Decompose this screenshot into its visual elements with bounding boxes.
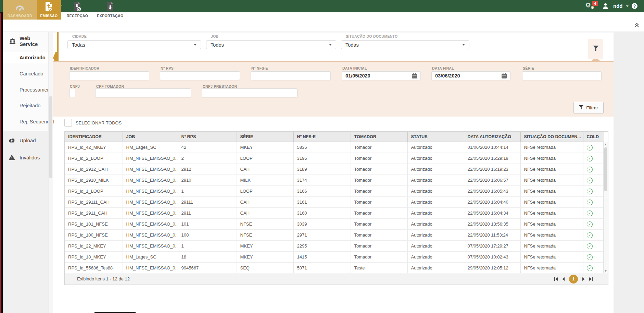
table-row[interactable]: RPS_Id_2911_CAHHM_NFSE_EMISSAO_0...2911C… — [65, 208, 604, 219]
sidebar-item-rej-sequencial[interactable]: Rej. Sequencial — [3, 116, 48, 128]
input-value: 03/06/2020 — [435, 73, 460, 79]
table-row[interactable]: RPS_Id_2912_CAHHM_NFSE_EMISSAO_0...2912C… — [65, 164, 604, 175]
scrollbar-thumb[interactable] — [604, 147, 607, 191]
document-export-icon — [106, 1, 114, 13]
cloud-upload-icon — [8, 138, 16, 143]
filter-label-n-nfs-e: N° NFS-E — [251, 66, 268, 70]
document-receive-icon — [74, 1, 81, 13]
notifications-badge[interactable]: 4 — [592, 1, 598, 6]
table-row[interactable]: RPS_Id_55686_Tes88HM_NFSE_EMISSAO_0...99… — [65, 263, 604, 274]
user-icon[interactable] — [603, 3, 608, 10]
window-edge — [0, 12, 3, 313]
filter-label-situacao-do-documento: SITUAÇÃO DO DOCUMENTO — [346, 34, 397, 38]
pagination: 1 — [554, 275, 593, 284]
check-circle-icon: ✓ — [587, 210, 593, 216]
first-page-button[interactable] — [554, 277, 558, 281]
chevron-down-icon — [194, 44, 197, 46]
scroll-up-icon[interactable] — [605, 144, 607, 145]
dropdown-value: Todas — [345, 42, 359, 48]
tab-emissao[interactable]: EMISSÃO — [37, 0, 61, 20]
filter-label-data-inicial: DATA INICIAL — [342, 66, 367, 70]
sidebar-group-web-service[interactable]: Web Service — [3, 35, 48, 47]
active-tab-connector — [57, 32, 59, 52]
app-root: NFS-e | e-Monitor ⚙ ⚙ 4 ndd ? DASHBOARD … — [0, 0, 644, 313]
table-row[interactable]: RPS_Id_22_MKEYHM_NFSE_EMISSAO_0...1MKEY2… — [65, 241, 604, 252]
table-row[interactable]: RPS_Id_18_MKEYHM_Lages_SC18MKEY1415Tomad… — [65, 252, 604, 263]
tab-label: EMISSÃO — [40, 14, 58, 18]
page-background — [614, 32, 644, 313]
check-circle-icon: ✓ — [587, 156, 593, 161]
filter-label-cnpj-prestador: CNPJ PRESTADOR — [203, 84, 237, 88]
tab-exportacao[interactable]: EXPORTAÇÃO — [94, 0, 127, 20]
dropdown-cidade[interactable]: Todas — [67, 40, 201, 49]
sidebar-item-cancelado[interactable]: Cancelado — [3, 68, 48, 80]
column-header-job[interactable]: JOB — [123, 132, 178, 142]
tab-dashboard[interactable]: DASHBOARD — [3, 0, 37, 20]
chevron-down-icon[interactable] — [626, 5, 629, 7]
scrollbar-thumb[interactable] — [49, 96, 52, 178]
sidebar-item-autorizado[interactable]: Autorizado — [3, 52, 48, 63]
filter-label-data-final: DATA FINAL — [432, 66, 454, 70]
sidebar: Web Service Upload Inválidos AutorizadoC… — [3, 32, 48, 313]
current-page-button[interactable]: 1 — [569, 275, 578, 284]
filter-label-cnpj: CNPJ — [70, 84, 80, 88]
sidebar-item-invalidos[interactable]: Inválidos — [3, 152, 48, 163]
filtrar-button[interactable]: Filtrar — [573, 102, 604, 113]
select-all-checkbox[interactable] — [64, 119, 72, 127]
column-header-cold[interactable]: COLD — [583, 132, 604, 142]
text-input-serie[interactable] — [522, 71, 602, 80]
table-row[interactable]: RPS_Id_1_LOOPHM_NFSE_EMISSAO_0...1LOOP31… — [65, 186, 604, 197]
column-header-tomador[interactable]: TOMADOR — [351, 132, 407, 142]
tab-label: RECEPÇÃO — [67, 14, 88, 18]
filter-label-identificador: IDENTIFICADOR — [70, 66, 99, 70]
scroll-down-icon[interactable] — [605, 270, 607, 272]
column-header-serie[interactable]: SÉRIE — [237, 132, 293, 142]
text-input-cpf-tomador[interactable] — [95, 88, 191, 97]
collapse-toolbar-icon[interactable] — [634, 22, 641, 29]
sidebar-item-label: Upload — [20, 137, 36, 143]
gauge-icon — [15, 3, 25, 13]
data-grid: IDENTIFICADORJOBNº RPSSÉRIENº NFS-ETOMAD… — [65, 132, 604, 274]
next-page-button[interactable] — [582, 277, 585, 281]
table-row[interactable]: RPS_Id_29111_CAHHM_NFSE_EMISSAO_0...2911… — [65, 197, 604, 208]
text-input-n-rps[interactable] — [160, 71, 240, 80]
last-page-button[interactable] — [589, 277, 593, 281]
cnpj-checkbox[interactable] — [69, 89, 75, 97]
column-header-n-rps[interactable]: Nº RPS — [178, 132, 237, 142]
table-row[interactable]: RPS_Id_42_MKEYHM_Lages_SC42MKEY5835Tomad… — [65, 142, 604, 153]
table-row[interactable]: RPS_Id_2910_MILKHM_NFSE_EMISSAO_0...2910… — [65, 175, 604, 186]
dropdown-job[interactable]: Todos — [206, 40, 336, 49]
select-all-label: SELECIONAR TODOS — [76, 121, 122, 125]
table-row[interactable]: RPS_Id_2_LOOPHM_NFSE_EMISSAO_0...2LOOP31… — [65, 153, 604, 164]
filtrar-label: Filtrar — [586, 105, 598, 110]
sidebar-item-processamento[interactable]: Processamento — [3, 84, 48, 96]
column-header-identificador[interactable]: IDENTIFICADOR — [65, 132, 123, 142]
sidebar-scrollbar[interactable] — [48, 32, 53, 313]
sidebar-item-rejeitado[interactable]: Rejeitado — [3, 100, 48, 111]
table-scrollbar[interactable] — [603, 142, 608, 274]
check-circle-icon: ✓ — [587, 145, 593, 151]
column-header-data-autorizacao[interactable]: DATA AUTORIZAÇÃO — [464, 132, 520, 142]
filter-toggle-button[interactable] — [588, 39, 603, 59]
column-header-situacao-do-documen[interactable]: SITUAÇÃO DO DOCUMEN... — [520, 132, 583, 142]
previous-page-button[interactable] — [562, 277, 565, 281]
text-input-n-nfs-e[interactable] — [251, 71, 331, 80]
help-icon[interactable]: ? — [632, 3, 637, 9]
table-row[interactable]: RPS_Id_101_NFSEHM_NFSE_EMISSAO_0...101NF… — [65, 219, 604, 230]
table-row[interactable]: RPS_Id_100_NFSEHM_NFSE_EMISSAO_0...100NF… — [65, 230, 604, 241]
column-header-n-nfs-e[interactable]: Nº NFS-E — [293, 132, 351, 142]
date-input-data-inicial[interactable]: 01/05/2020 — [342, 71, 421, 80]
document-emit-icon — [45, 1, 53, 13]
warning-icon — [8, 155, 16, 160]
sidebar-item-upload[interactable]: Upload — [3, 134, 48, 146]
user-menu[interactable]: ndd — [613, 3, 623, 9]
filter-label-n-rps: N° RPS — [161, 66, 174, 70]
date-input-data-final[interactable]: 03/06/2020 — [431, 71, 510, 80]
dropdown-situacao-do-documento[interactable]: Todas — [341, 40, 469, 49]
bank-icon — [10, 38, 15, 44]
column-header-status[interactable]: STATUS — [407, 132, 464, 142]
text-input-identificador[interactable] — [69, 71, 149, 80]
text-input-cnpj-prestador[interactable] — [202, 88, 298, 97]
tab-recepcao[interactable]: RECEPÇÃO — [61, 0, 94, 20]
check-circle-icon: ✓ — [587, 167, 593, 172]
